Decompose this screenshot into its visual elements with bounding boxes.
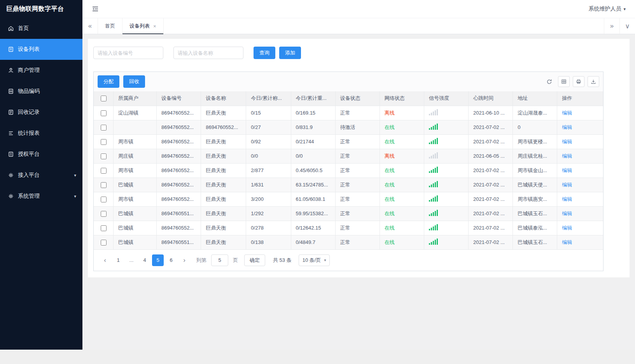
heartbeat-cell: 2021-07-02 ... <box>469 221 513 235</box>
column-header: 今日/累计称... <box>246 91 291 106</box>
tab-home[interactable]: 首页 <box>98 18 122 34</box>
row-checkbox[interactable] <box>101 240 107 246</box>
sidebar: 巨鼎物联网数字平台 首页 设备列表 商户管理 物品编码 回收记录 统计报表 <box>0 0 82 350</box>
edit-link[interactable]: 编辑 <box>562 139 572 145</box>
user-menu[interactable]: 系统维护人员 ▾ <box>588 5 626 12</box>
row-select-cell <box>94 221 114 235</box>
confirm-button[interactable]: 确定 <box>244 254 265 266</box>
sidebar-item-label: 系统管理 <box>18 193 40 200</box>
column-settings-icon[interactable] <box>558 76 570 87</box>
merchant-cell: 周市镇 <box>114 192 157 206</box>
operation-cell: 编辑 <box>557 178 603 192</box>
tab-list-dropdown-icon[interactable]: ∨ <box>619 18 635 34</box>
row-checkbox[interactable] <box>101 153 107 159</box>
row-checkbox[interactable] <box>101 197 107 202</box>
page-size-select[interactable]: 10 条/页 ▾ <box>299 254 330 266</box>
device-name-input[interactable] <box>173 47 243 59</box>
print-icon[interactable] <box>573 76 584 87</box>
device-status-cell: 正常 <box>335 206 380 221</box>
operation-cell: 编辑 <box>557 134 603 149</box>
edit-link[interactable]: 编辑 <box>562 211 572 216</box>
row-checkbox[interactable] <box>101 139 107 145</box>
operation-cell: 编辑 <box>557 221 603 235</box>
edit-link[interactable]: 编辑 <box>562 124 572 130</box>
sidebar-item-merchant[interactable]: 商户管理 <box>0 60 82 81</box>
sidebar-item-recycle-record[interactable]: 回收记录 <box>0 102 82 123</box>
sidebar-fold-icon[interactable] <box>92 6 99 12</box>
sidebar-item-access-platform[interactable]: 接入平台 ▾ <box>0 165 82 186</box>
page-jump-input[interactable] <box>211 254 228 266</box>
sidebar-item-report[interactable]: 统计报表 <box>0 123 82 144</box>
signal-cell <box>424 192 468 206</box>
page-button[interactable]: 5 <box>152 254 164 266</box>
network-status-cell: 在线 <box>380 192 424 206</box>
add-button[interactable]: 添加 <box>279 47 301 59</box>
device-no-cell: 8694760552... <box>157 221 201 235</box>
network-status-badge: 在线 <box>385 225 395 231</box>
operation-cell: 编辑 <box>557 192 603 206</box>
network-status-cell: 离线 <box>380 149 424 163</box>
tab-scroll-left-icon[interactable]: « <box>82 18 98 34</box>
next-page-button[interactable]: › <box>178 254 190 266</box>
edit-link[interactable]: 编辑 <box>562 196 572 202</box>
sidebar-item-item-code[interactable]: 物品编码 <box>0 81 82 102</box>
today-count-cell: 1/631 <box>246 178 291 192</box>
row-checkbox[interactable] <box>101 225 107 231</box>
today-count-cell: 0/278 <box>246 221 291 235</box>
select-all-cell <box>94 91 114 106</box>
recycle-button[interactable]: 回收 <box>123 75 145 88</box>
row-select-cell <box>94 149 114 163</box>
app-window: 巨鼎物联网数字平台 首页 设备列表 商户管理 物品编码 回收记录 统计报表 <box>0 0 635 350</box>
select-all-checkbox[interactable] <box>101 96 107 101</box>
edit-link[interactable]: 编辑 <box>562 110 572 116</box>
row-checkbox[interactable] <box>101 168 107 174</box>
sidebar-item-system-manage[interactable]: 系统管理 ▾ <box>0 186 82 207</box>
edit-link[interactable]: 编辑 <box>562 182 572 188</box>
assign-button[interactable]: 分配 <box>98 75 119 88</box>
row-checkbox[interactable] <box>101 211 107 217</box>
device-no-cell: 8694760552... <box>157 178 201 192</box>
export-icon[interactable] <box>588 76 599 87</box>
signal-strength-icon <box>429 210 438 216</box>
page-button[interactable]: 6 <box>165 254 177 266</box>
device-table: 所属商户设备编号设备名称今日/累计称...今日/累计重...设备状态网络状态信号… <box>94 91 603 250</box>
auth-platform-icon <box>8 151 14 157</box>
edit-link[interactable]: 编辑 <box>562 225 572 231</box>
signal-strength-icon <box>429 138 438 144</box>
address-cell: 巴城镇玉石... <box>513 235 557 249</box>
heartbeat-cell: 2021-06-05 ... <box>469 149 513 163</box>
sidebar-item-device-list[interactable]: 设备列表 <box>0 39 82 60</box>
refresh-icon[interactable] <box>543 76 555 87</box>
row-checkbox[interactable] <box>101 182 107 188</box>
row-checkbox[interactable] <box>101 110 107 116</box>
today-weight-cell: 0/831.9 <box>291 120 335 134</box>
column-header: 设备状态 <box>335 91 380 106</box>
close-icon[interactable]: × <box>153 23 156 29</box>
row-checkbox[interactable] <box>101 125 107 131</box>
page-button[interactable]: 1 <box>112 254 124 266</box>
page-button[interactable]: 4 <box>139 254 150 266</box>
device-no-input[interactable] <box>93 47 163 59</box>
prev-page-button[interactable]: ‹ <box>99 254 111 266</box>
jump-prefix-label: 到第 <box>196 257 206 264</box>
edit-link[interactable]: 编辑 <box>562 167 572 173</box>
heartbeat-cell: 2021-07-02 ... <box>469 192 513 206</box>
tab-scroll-right-icon[interactable]: » <box>604 18 619 34</box>
signal-cell <box>424 163 468 178</box>
merchant-cell: 巴城镇 <box>114 178 157 192</box>
heartbeat-cell: 2021-07-02 ... <box>469 163 513 178</box>
network-status-cell: 在线 <box>380 134 424 149</box>
table-toolbar: 分配 回收 <box>94 72 603 91</box>
edit-link[interactable]: 编辑 <box>562 239 572 245</box>
device-name-cell: 巨鼎天衡 <box>201 235 246 249</box>
sidebar-item-auth-platform[interactable]: 授权平台 <box>0 144 82 165</box>
query-button[interactable]: 查询 <box>254 47 275 59</box>
table-row: 周市镇8694760552...巨鼎天衡0/920/21744正常在线2021-… <box>94 134 603 149</box>
device-name-cell: 8694760552... <box>201 120 246 134</box>
sidebar-item-home[interactable]: 首页 <box>0 18 82 39</box>
chevron-down-icon: ▾ <box>324 258 326 262</box>
today-weight-cell: 63.15/24785... <box>291 178 335 192</box>
tab-device-list[interactable]: 设备列表 × <box>122 18 164 34</box>
edit-link[interactable]: 编辑 <box>562 153 572 159</box>
merchant-cell: 周市镇 <box>114 134 157 149</box>
